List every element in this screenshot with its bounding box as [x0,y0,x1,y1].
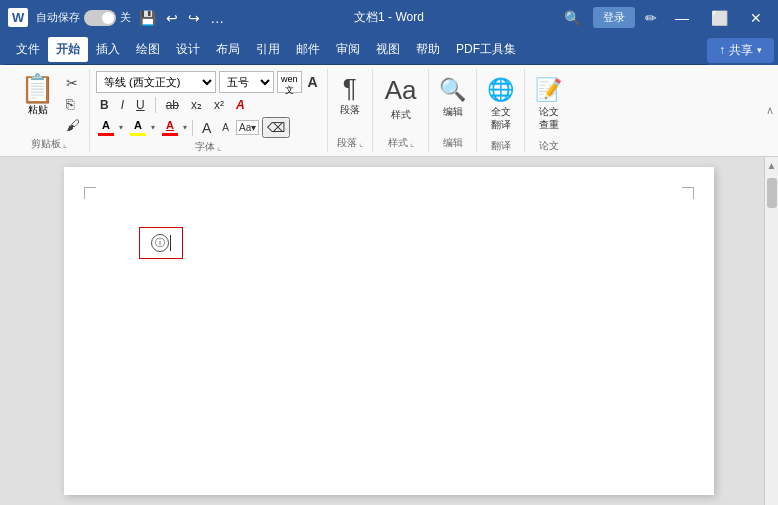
underline-color-button[interactable]: A [160,118,180,136]
menubar-row: 文件 开始 插入 绘图 设计 布局 引用 邮件 审阅 视图 帮助 PDF工具集 … [0,35,778,65]
menu-help[interactable]: 帮助 [408,37,448,62]
cursor-i-icon: ⓘ [155,236,165,250]
underline-color-dropdown[interactable]: ▾ [183,123,187,132]
styles-group-label: 样式 ⌞ [379,134,423,150]
font-row3: A ▾ A ▾ A ▾ A A Aa▾ ⌫ [96,117,321,138]
clipboard-label: 剪贴板 ⌞ [14,135,83,151]
menu-view[interactable]: 视图 [368,37,408,62]
menu-pdf[interactable]: PDF工具集 [448,37,524,62]
login-button[interactable]: 登录 [593,7,635,28]
styles-button[interactable]: Aa 样式 [379,71,423,126]
font-color-dropdown[interactable]: ▾ [119,123,123,132]
minimize-button[interactable]: — [667,8,697,28]
font-color-button[interactable]: A [96,118,116,136]
editing-button[interactable]: 🔍 编辑 [435,71,470,124]
font-size-down[interactable]: A [218,120,233,135]
font-size-selector[interactable]: 五号 [219,71,274,93]
styles-expand[interactable]: ⌞ [410,138,414,148]
menu-insert[interactable]: 插入 [88,37,128,62]
word-logo: W [8,8,28,27]
editing-label: 编辑 [443,105,463,118]
window-title: 文档1 - Word [354,9,424,26]
toggle-knob [102,12,114,24]
more-tools-button[interactable]: … [206,8,228,28]
ribbon-group-paper: 📝 论文查重 论文 [525,69,572,152]
menu-home[interactable]: 开始 [48,37,88,62]
para-expand[interactable]: ⌞ [359,138,363,148]
menu-design[interactable]: 设计 [168,37,208,62]
vertical-scrollbar[interactable]: ▲ [764,157,778,505]
strikethrough-button[interactable]: ab [162,96,183,114]
cut-button[interactable]: ✂ [63,73,83,93]
font-row2: B I U ab x₂ x² A [96,96,321,114]
menu-file[interactable]: 文件 [8,37,48,62]
scroll-up-arrow[interactable]: ▲ [764,157,778,174]
share-icon: ↑ [719,43,725,57]
editing-content: 🔍 编辑 [435,71,470,134]
font-expand[interactable]: ⌞ [217,142,221,152]
search-button[interactable]: 🔍 [558,8,587,28]
font-label: 字体 ⌞ [96,138,321,154]
restore-button[interactable]: ⬜ [703,8,736,28]
change-case-button[interactable]: Aa▾ [236,120,259,135]
format-painter-button[interactable]: 🖌 [63,115,83,135]
styles-label: 样式 [391,108,411,122]
ribbon-collapse-button[interactable]: ∧ [762,65,778,156]
cursor-circle: ⓘ [151,234,169,252]
copy-button[interactable]: ⎘ [63,94,83,114]
highlight-dropdown[interactable]: ▾ [151,123,155,132]
close-button[interactable]: ✕ [742,8,770,28]
translate-content: 🌐 全文翻译 [483,71,518,137]
ribbon: 📋 粘贴 ✂ ⎘ 🖌 剪贴板 ⌞ 等线 (西文正文) 五号 we [0,65,778,157]
menu-mailings[interactable]: 邮件 [288,37,328,62]
bold-button[interactable]: B [96,96,113,114]
paper-content: 📝 论文查重 [531,71,566,137]
text-caret [170,235,171,251]
menu-draw[interactable]: 绘图 [128,37,168,62]
menu-references[interactable]: 引用 [248,37,288,62]
share-label: 共享 [729,42,753,59]
font-color-bar [98,133,114,136]
ribbon-group-styles: Aa 样式 样式 ⌞ [373,69,430,152]
customize-button[interactable]: ✏ [641,8,661,28]
superscript-button[interactable]: x² [210,96,228,114]
scroll-thumb[interactable] [767,178,777,208]
para-group-label: 段落 ⌞ [334,134,366,150]
font-style-button[interactable]: A [232,96,249,114]
ribbon-group-clipboard: 📋 粘贴 ✂ ⎘ 🖌 剪贴板 ⌞ [8,69,90,152]
menu-bar: 文件 开始 插入 绘图 设计 布局 引用 邮件 审阅 视图 帮助 PDF工具集 [4,35,707,65]
ribbon-group-paragraph: ¶ 段落 段落 ⌞ [328,69,373,152]
paper-check-button[interactable]: 📝 论文查重 [531,71,566,137]
menu-review[interactable]: 审阅 [328,37,368,62]
paragraph-label: 段落 [340,103,360,117]
paste-button[interactable]: 📋 粘贴 [14,71,61,121]
autosave-toggle[interactable] [84,10,116,26]
editing-group-label: 编辑 [435,134,470,150]
menu-layout[interactable]: 布局 [208,37,248,62]
clear-format-button[interactable]: ⌫ [262,117,290,138]
font-family-selector[interactable]: 等线 (西文正文) [96,71,216,93]
undo-button[interactable]: ↩ [162,8,182,28]
save-button[interactable]: 💾 [135,8,160,28]
font-size-up[interactable]: A [198,118,215,138]
italic-button[interactable]: I [117,96,128,114]
paragraph-button[interactable]: ¶ 段落 [334,71,366,121]
subscript-button[interactable]: x₂ [187,96,206,114]
title-bar: W 自动保存 关 💾 ↩ ↪ … 文档1 - Word 🔍 登录 ✏ — ⬜ ✕ [0,0,778,35]
clipboard-expand[interactable]: ⌞ [63,139,67,149]
share-button[interactable]: ↑ 共享 ▾ [707,38,774,63]
underline-bar [162,133,178,136]
translate-group-label: 翻译 [483,137,518,153]
wen-button[interactable]: wen文 [277,71,302,93]
font-A-button[interactable]: A [305,72,321,92]
redo-button[interactable]: ↪ [184,8,204,28]
styles-content: Aa 样式 [379,71,423,134]
font-content: 等线 (西文正文) 五号 wen文 A B I U ab x₂ x² A [96,71,321,138]
underline-button[interactable]: U [132,96,149,114]
titlebar-right-controls: 🔍 登录 ✏ — ⬜ ✕ [558,7,770,28]
translate-button[interactable]: 🌐 全文翻译 [483,71,518,137]
translate-icon: 🌐 [487,77,514,103]
document-page[interactable]: ⓘ [64,167,714,495]
clipboard-small-btns: ✂ ⎘ 🖌 [63,71,83,135]
highlight-color-button[interactable]: A [128,118,148,136]
